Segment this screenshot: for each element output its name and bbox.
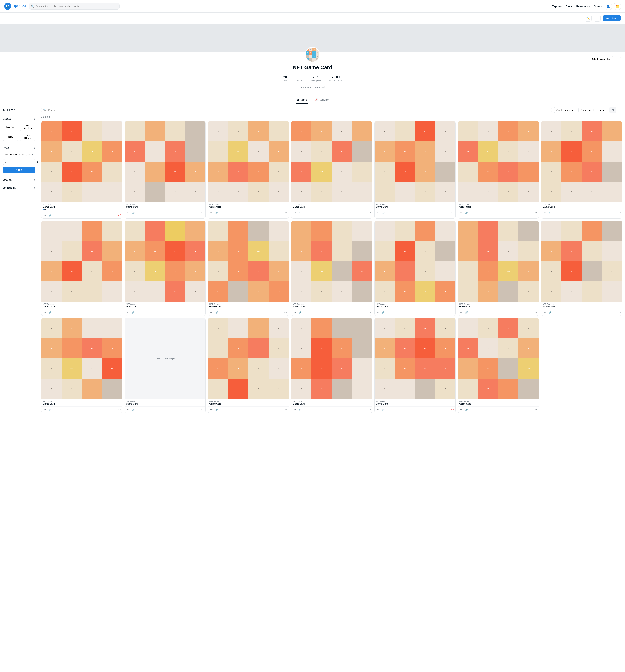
more-actions-button[interactable]: •••: [293, 211, 297, 215]
like-button[interactable]: ♡ 0: [617, 212, 621, 214]
on-auction-button[interactable]: On Auction: [20, 123, 35, 131]
more-actions-button[interactable]: •••: [459, 310, 463, 315]
more-actions-button[interactable]: •••: [126, 408, 130, 412]
item-card[interactable]: 816428324212832242 NFT Game... Game Card…: [291, 221, 372, 316]
item-card[interactable]: 2416246448324241612816 NFT Game... Game …: [375, 221, 456, 316]
item-card[interactable]: 482281632164128264248 NFT Game... Game C…: [41, 318, 122, 413]
share-button[interactable]: 🔗: [464, 310, 469, 315]
explore-link[interactable]: Explore: [552, 5, 561, 8]
search-input[interactable]: [29, 3, 120, 9]
more-actions-button[interactable]: •••: [459, 211, 463, 215]
more-actions-button[interactable]: •••: [293, 408, 297, 412]
price-min-input[interactable]: [3, 159, 36, 165]
like-button[interactable]: ♡ 0: [534, 409, 537, 411]
item-card[interactable]: 24328864162416324222 NFT Game... Game Ca…: [541, 121, 622, 219]
more-actions-button[interactable]: •••: [543, 310, 547, 315]
filter-dropdown-button[interactable]: Single Items ▼: [554, 107, 576, 113]
more-actions-button[interactable]: •••: [209, 408, 213, 412]
share-button[interactable]: 🔗: [548, 211, 552, 215]
stats-link[interactable]: Stats: [566, 5, 572, 8]
item-card[interactable]: Content not available yet NFT Game... Ga…: [124, 318, 206, 413]
like-button[interactable]: ♡ 1: [118, 409, 121, 411]
price-section-header[interactable]: Price ▲: [0, 144, 38, 152]
share-button[interactable]: 🔗: [48, 310, 52, 315]
item-card[interactable]: 16828243232128242422 NFT Game... Game Ca…: [291, 121, 372, 219]
on-sale-section-header[interactable]: On Sale In ▼: [0, 184, 38, 192]
like-button[interactable]: ♡ 0: [367, 212, 371, 214]
status-section-header[interactable]: Status ▲: [0, 115, 38, 123]
edit-button[interactable]: ✏️: [584, 15, 592, 22]
wallet-button[interactable]: 🗂️: [614, 3, 621, 10]
like-button[interactable]: ♡ 0: [451, 311, 454, 314]
tab-activity[interactable]: 📈 Activity: [313, 96, 330, 104]
like-button[interactable]: ♡ 0: [201, 311, 204, 314]
item-card[interactable]: 243243224881612843216 NFT Game... Game C…: [458, 318, 539, 413]
item-card[interactable]: 42168321284241632162242 NFT Game... Game…: [458, 121, 539, 219]
more-actions-button[interactable]: •••: [126, 211, 130, 215]
share-button[interactable]: 🔗: [131, 408, 136, 412]
share-button[interactable]: 🔗: [464, 211, 469, 215]
share-button[interactable]: 🔗: [215, 408, 219, 412]
item-card[interactable]: 24168324246444242 NFT Game... Game Card …: [541, 221, 622, 316]
more-actions-button[interactable]: •••: [293, 310, 297, 315]
share-button[interactable]: 🔗: [381, 310, 385, 315]
item-card[interactable]: 2162641616643222322 NFT Game... Game Car…: [291, 318, 372, 413]
item-card[interactable]: 22164243288644162442 NFT Game... Game Ca…: [41, 221, 122, 316]
share-button[interactable]: 🔗: [298, 211, 302, 215]
item-card[interactable]: 246428168246484242 NFT Game... Game Card…: [375, 121, 456, 219]
like-button[interactable]: ♡ 0: [118, 311, 121, 314]
more-actions-button[interactable]: •••: [126, 310, 130, 315]
more-actions-button[interactable]: •••: [459, 408, 463, 412]
like-button[interactable]: ♡ 0: [534, 311, 537, 314]
list-view-button[interactable]: ☰: [616, 107, 622, 113]
add-to-watchlist-button[interactable]: + Add to watchlist: [587, 56, 613, 62]
share-button[interactable]: 🔗: [464, 408, 469, 412]
more-actions-button[interactable]: •••: [209, 211, 213, 215]
like-button[interactable]: ♡ 0: [367, 311, 371, 314]
share-button[interactable]: 🔗: [131, 211, 136, 215]
item-card[interactable]: 43225688166432412816822322 NFT Game... G…: [124, 221, 206, 316]
sort-dropdown-button[interactable]: Price: Low to High ▼: [578, 107, 607, 113]
like-button[interactable]: ♡ 0: [201, 409, 204, 411]
account-button[interactable]: 👤: [605, 3, 612, 10]
has-offers-button[interactable]: Has Offers: [20, 133, 35, 141]
share-button[interactable]: 🔗: [298, 408, 302, 412]
item-card[interactable]: 42824163241684246444 NFT Game... Game Ca…: [208, 318, 289, 413]
item-card[interactable]: 16644284128164641642422 NFT Game... Game…: [41, 121, 122, 219]
item-card[interactable]: 2432483264164163232224 NFT Game... Game …: [375, 318, 456, 413]
share-button[interactable]: 🔗: [215, 310, 219, 315]
like-button[interactable]: ♡ 0: [284, 409, 287, 411]
like-button[interactable]: ❤ 1: [451, 409, 454, 411]
item-card[interactable]: 4162816128441632816816 NFT Game... Game …: [208, 221, 289, 316]
more-actions-button[interactable]: •••: [543, 211, 547, 215]
share-button[interactable]: 🔗: [381, 408, 385, 412]
list-view-button[interactable]: ☰: [594, 15, 601, 22]
grid-view-button[interactable]: ⊞: [609, 107, 616, 113]
currency-select[interactable]: United States Dollar (USD): [3, 152, 35, 158]
more-actions-button[interactable]: •••: [43, 408, 47, 412]
share-button[interactable]: 🔗: [215, 211, 219, 215]
share-button[interactable]: 🔗: [131, 310, 136, 315]
more-actions-button[interactable]: •••: [376, 408, 380, 412]
resources-link[interactable]: Resources: [576, 5, 590, 8]
more-actions-button[interactable]: •••: [43, 213, 47, 217]
like-button[interactable]: ♡ 0: [617, 311, 621, 314]
tab-items[interactable]: ⊞ Items: [296, 96, 308, 104]
like-button[interactable]: ♡ 0: [367, 409, 371, 411]
like-button[interactable]: ♡ 0: [534, 212, 537, 214]
share-button[interactable]: 🔗: [48, 213, 52, 217]
new-button[interactable]: New: [3, 133, 19, 141]
create-link[interactable]: Create: [594, 5, 602, 8]
share-button[interactable]: 🔗: [381, 211, 385, 215]
chains-section-header[interactable]: Chains ▼: [0, 176, 38, 184]
more-actions-button[interactable]: •••: [43, 310, 47, 315]
apply-button[interactable]: Apply: [3, 167, 35, 173]
more-actions-button[interactable]: •••: [376, 211, 380, 215]
buy-now-button[interactable]: Buy Now: [3, 123, 19, 131]
like-button[interactable]: ♡ 0: [284, 311, 287, 314]
items-search-input[interactable]: [41, 107, 552, 113]
like-button[interactable]: ❤ 2: [118, 214, 121, 216]
share-button[interactable]: 🔗: [48, 408, 52, 412]
add-item-button[interactable]: Add item: [603, 15, 621, 21]
item-card[interactable]: 4843223228648222 NFT Game... Game Card •…: [124, 121, 206, 219]
